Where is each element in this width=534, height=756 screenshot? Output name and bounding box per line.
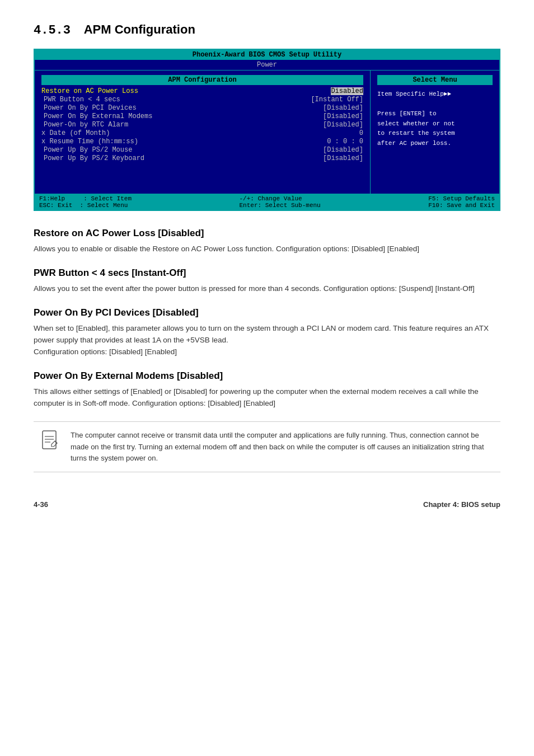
subsection-pwr-button: PWR Button < 4 secs [Instant-Off] Allows…	[34, 267, 500, 295]
bios-row-value: [Disabled]	[323, 121, 363, 129]
bios-row: Power Up By PS/2 Keyboard [Disabled]	[41, 154, 363, 162]
bios-footer-f1: F1:Help : Select Item	[39, 195, 132, 202]
subsection-body: This allows either settings of [Enabled]…	[34, 386, 500, 410]
bios-row-label: PWR Button < 4 secs	[41, 96, 311, 104]
bios-footer-col-3: F5: Setup Defaults F10: Save and Exit	[428, 195, 495, 209]
bios-row: Power Up By PS/2 Mouse [Disabled]	[41, 146, 363, 154]
bios-screenshot: Phoenix-Award BIOS CMOS Setup Utility Po…	[34, 49, 500, 211]
bios-row-value: 0	[359, 129, 363, 137]
bios-help-text: Item Specific Help►► Press [ENTER] to se…	[377, 90, 493, 149]
bios-row-label: Restore on AC Power Loss	[41, 87, 331, 95]
subsection-external-modems: Power On By External Modems [Disabled] T…	[34, 370, 500, 410]
subsection-body: Allows you to enable or disable the Rest…	[34, 243, 500, 255]
subsection-restore-ac: Restore on AC Power Loss [Disabled] Allo…	[34, 228, 500, 255]
note-box: The computer cannot receive or transmit …	[34, 421, 500, 472]
section-heading-text: APM Configuration	[84, 22, 195, 36]
page-footer-left: 4-36	[34, 500, 48, 509]
bios-row-label: Power Up By PS/2 Mouse	[41, 146, 323, 154]
bios-row-label: x Resume Time (hh:mm:ss)	[41, 138, 316, 145]
subsection-heading-text: PWR Button < 4 secs [Instant-Off]	[34, 267, 186, 278]
bios-footer-esc: ESC: Exit : Select Menu	[39, 202, 132, 209]
bios-right-panel: Select Menu Item Specific Help►► Press […	[371, 71, 499, 194]
bios-row: x Resume Time (hh:mm:ss) 0 : 0 : 0	[41, 138, 363, 145]
bios-row-value: [Instant Off]	[311, 96, 363, 104]
bios-row-value: 0 : 0 : 0	[327, 138, 363, 145]
subsection-body: When set to [Enabled], this parameter al…	[34, 323, 500, 358]
bios-title: Phoenix-Award BIOS CMOS Setup Utility	[35, 50, 499, 60]
bios-row-label: x Date (of Month)	[41, 129, 326, 137]
bios-row-value: [Disabled]	[323, 146, 363, 154]
subsection-heading-text: Restore on AC Power Loss [Disabled]	[34, 228, 204, 238]
bios-row-value: [Disabled]	[323, 154, 363, 162]
bios-row-value: [Disabled]	[323, 112, 363, 120]
section-number: 4.5.3	[34, 24, 71, 37]
subsection-heading: PWR Button < 4 secs [Instant-Off]	[34, 267, 500, 279]
bios-footer-col-1: F1:Help : Select Item ESC: Exit : Select…	[39, 195, 132, 209]
subsection-heading-text: Power On By External Modems [Disabled]	[34, 370, 223, 381]
bios-footer-col-2: -/+: Change Value Enter: Select Sub-menu	[239, 195, 320, 209]
bios-footer-f10: F10: Save and Exit	[428, 202, 495, 209]
bios-row-label: Power Up By PS/2 Keyboard	[41, 154, 323, 162]
bios-footer-f5: F5: Setup Defaults	[428, 195, 495, 202]
subsection-body: Allows you to set the event after the po…	[34, 283, 500, 295]
bios-row-label: Power On By External Modems	[41, 112, 323, 120]
bios-footer-change: -/+: Change Value	[239, 195, 320, 202]
bios-left-panel: APM Configuration Restore on AC Power Lo…	[35, 71, 371, 194]
bios-row: Power-On by RTC Alarm [Disabled]	[41, 121, 363, 129]
bios-footer: F1:Help : Select Item ESC: Exit : Select…	[35, 194, 499, 210]
bios-row-label: Power-On by RTC Alarm	[41, 121, 323, 129]
bios-row: x Date (of Month) 0	[41, 129, 363, 137]
note-icon	[39, 430, 62, 452]
bios-row: Power On By PCI Devices [Disabled]	[41, 104, 363, 112]
subsection-heading: Restore on AC Power Loss [Disabled]	[34, 228, 500, 239]
page-footer: 4-36 Chapter 4: BIOS setup	[34, 495, 500, 509]
bios-subtitle: Power	[35, 60, 499, 71]
bios-row: Restore on AC Power Loss Disabled	[41, 87, 363, 95]
bios-row: Power On By External Modems [Disabled]	[41, 112, 363, 120]
subsection-heading: Power On By PCI Devices [Disabled]	[34, 307, 500, 318]
bios-row: PWR Button < 4 secs [Instant Off]	[41, 96, 363, 104]
bios-row-label: Power On By PCI Devices	[41, 104, 323, 112]
subsection-heading-text: Power On By PCI Devices [Disabled]	[34, 307, 199, 318]
bios-left-header: APM Configuration	[41, 75, 363, 85]
bios-row-value: [Disabled]	[323, 104, 363, 112]
bios-footer-enter: Enter: Select Sub-menu	[239, 202, 320, 209]
subsection-pci-devices: Power On By PCI Devices [Disabled] When …	[34, 307, 500, 358]
bios-row-value: Disabled	[331, 87, 363, 95]
page-footer-right: Chapter 4: BIOS setup	[423, 500, 500, 509]
subsection-heading: Power On By External Modems [Disabled]	[34, 370, 500, 382]
note-text: The computer cannot receive or transmit …	[71, 430, 495, 463]
section-title: 4.5.3 APM Configuration	[34, 22, 500, 37]
bios-right-header: Select Menu	[377, 75, 493, 85]
